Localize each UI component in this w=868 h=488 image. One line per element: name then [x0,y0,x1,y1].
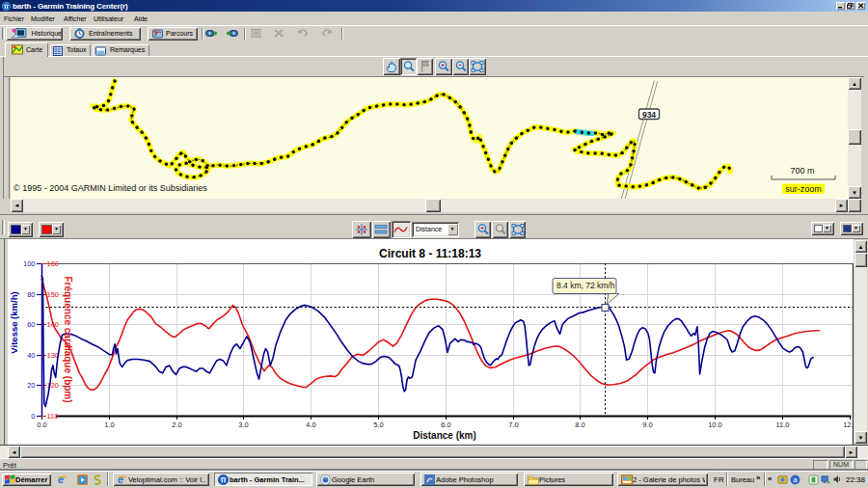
svg-text:11.0: 11.0 [775,420,789,429]
svg-text:5.0: 5.0 [373,420,383,429]
svg-text:8.0: 8.0 [575,420,584,429]
svg-text:8.4 km, 72 km/h: 8.4 km, 72 km/h [556,281,615,290]
svg-text:3.0: 3.0 [238,420,248,429]
svg-text:4.0: 4.0 [306,420,315,429]
svg-text:40: 40 [27,351,35,360]
svg-text:12.0: 12.0 [843,420,854,429]
svg-text:1.0: 1.0 [104,420,114,429]
svg-text:sur-zoom: sur-zoom [785,184,822,194]
svg-text:934: 934 [642,110,656,120]
svg-text:7.0: 7.0 [508,420,518,429]
svg-text:110: 110 [47,412,59,420]
svg-text:700 m: 700 m [790,166,814,176]
svg-text:6.0: 6.0 [441,420,450,429]
svg-text:160: 160 [47,259,60,268]
svg-text:150: 150 [47,290,60,299]
svg-text:9.0: 9.0 [642,420,652,429]
svg-text:10.0: 10.0 [708,420,722,429]
svg-text:100: 100 [23,259,36,268]
svg-text:0: 0 [31,412,35,420]
svg-text:© 1995 - 2004 GARMIN Limited o: © 1995 - 2004 GARMIN Limited or its Subs… [14,183,207,193]
svg-text:0.0: 0.0 [37,420,46,429]
svg-text:Circuit 8 - 11:18:13: Circuit 8 - 11:18:13 [379,247,481,260]
svg-text:2.0: 2.0 [172,420,181,429]
svg-text:Distance (km): Distance (km) [413,430,476,441]
svg-text:80: 80 [27,290,35,299]
svg-text:20: 20 [27,381,35,390]
svg-text:60: 60 [27,320,35,329]
svg-text:Vitesse (km/h): Vitesse (km/h) [9,291,19,353]
svg-text:Fréquence cardiaque (bpm): Fréquence cardiaque (bpm) [63,276,73,402]
